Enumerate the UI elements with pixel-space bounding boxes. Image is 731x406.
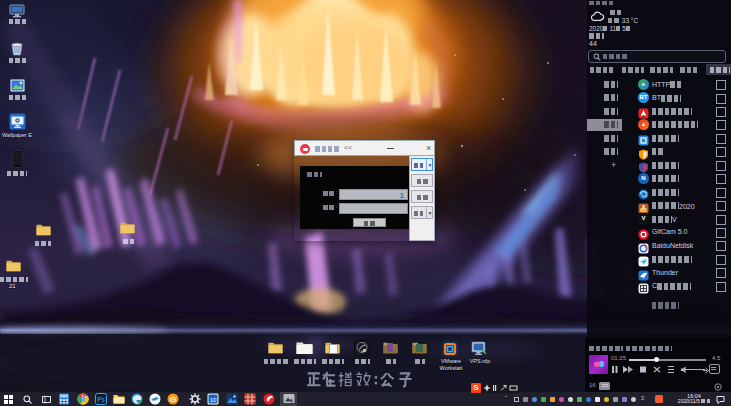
- svg-text:Ps: Ps: [97, 396, 105, 403]
- svg-text:G: G: [170, 395, 176, 404]
- svg-text:10: 10: [210, 397, 217, 403]
- svg-text:L: L: [291, 399, 294, 405]
